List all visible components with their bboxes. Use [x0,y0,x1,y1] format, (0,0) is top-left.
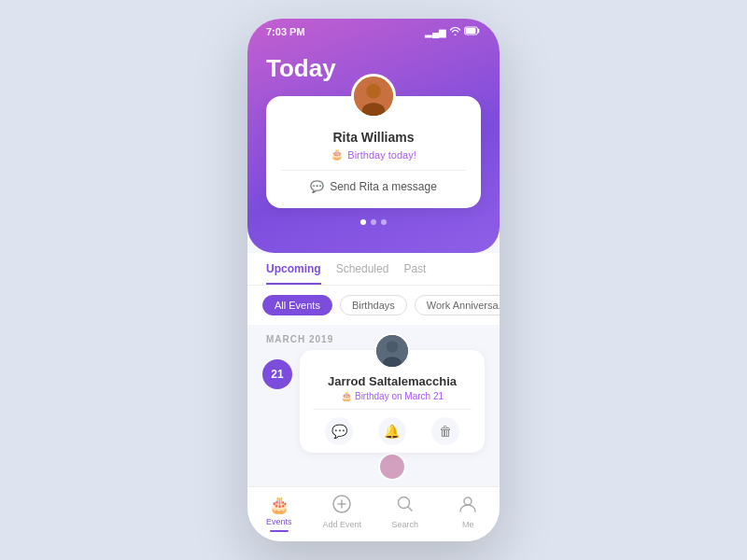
battery-icon [464,26,481,37]
birthday-cake-icon: 🎂 [341,391,352,401]
event-detail: 🎂 Birthday on March 21 [313,391,472,401]
dot-1[interactable] [360,219,366,225]
event-date-badge: 21 [262,359,292,389]
phone-frame: 7:03 PM ▂▄▆ Today [247,19,500,541]
status-bar: 7:03 PM ▂▄▆ [247,19,500,37]
svg-point-10 [464,497,472,505]
today-person-name: Rita Williams [281,130,466,145]
rita-avatar [351,74,396,119]
tab-past[interactable]: Past [403,262,426,285]
carousel-dots [266,219,481,225]
search-nav-label: Search [391,520,418,529]
me-nav-icon [458,495,477,518]
event-card: Jarrod Saltalemacchia 🎂 Birthday on Marc… [300,350,485,453]
event-person-name: Jarrod Saltalemacchia [313,374,472,388]
jarrod-avatar [374,333,410,369]
filter-all-events[interactable]: All Events [262,295,332,315]
month-label: MARCH 2019 [247,325,500,350]
dot-3[interactable] [381,219,387,225]
tab-upcoming[interactable]: Upcoming [266,262,321,285]
nav-events[interactable]: 🎂 Events [247,495,311,532]
today-card-content: Rita Williams 🎂 Birthday today! [281,130,466,161]
header-section: Today Rita Williams 🎂 Birthday today! 💬 [247,19,500,253]
notify-action-btn[interactable]: 🔔 [378,417,406,445]
wifi-icon [450,27,460,37]
me-nav-label: Me [462,520,474,529]
today-event-label: 🎂 Birthday today! [281,148,466,161]
second-event-peek [247,460,500,477]
search-nav-icon [396,495,415,518]
event-card-actions: 💬 🔔 🗑 [313,409,472,445]
tab-scheduled[interactable]: Scheduled [336,262,389,285]
nav-add-event[interactable]: Add Event [311,495,374,532]
filter-work-anniversaries[interactable]: Work Anniversa... [415,295,500,315]
status-time: 7:03 PM [266,26,305,37]
filter-row: All Events Birthdays Work Anniversa... [247,286,500,325]
filter-birthdays[interactable]: Birthdays [340,295,407,315]
events-nav-label: Events [266,517,292,526]
content-area: MARCH 2019 21 Jarrod Saltalemacchia 🎂 Bi… [247,325,500,486]
nav-search[interactable]: Search [374,495,437,532]
tabs-row: Upcoming Scheduled Past [247,253,500,286]
events-nav-icon: 🎂 [269,495,289,515]
message-action-btn[interactable]: 💬 [325,417,353,445]
event-card-content: Jarrod Saltalemacchia 🎂 Birthday on Marc… [313,374,472,401]
svg-point-4 [362,103,386,119]
nav-active-indicator [270,530,289,532]
svg-point-3 [366,84,381,99]
status-icons: ▂▄▆ [425,26,481,37]
signal-icon: ▂▄▆ [425,27,446,37]
bottom-nav: 🎂 Events Add Event Search [247,486,500,541]
message-icon: 💬 [310,180,324,193]
delete-action-btn[interactable]: 🗑 [431,417,459,445]
add-event-nav-icon [332,495,351,518]
svg-point-6 [387,341,399,353]
card-divider [281,170,466,171]
send-message-action[interactable]: 💬 Send Rita a message [281,180,466,193]
birthday-icon: 🎂 [331,148,344,161]
svg-rect-1 [466,28,476,34]
add-event-nav-label: Add Event [322,520,361,529]
dot-2[interactable] [371,219,376,225]
event-row: 21 Jarrod Saltalemacchia 🎂 Birthday on M… [247,350,500,453]
nav-me[interactable]: Me [437,495,500,532]
today-card: Rita Williams 🎂 Birthday today! 💬 Send R… [266,96,481,208]
